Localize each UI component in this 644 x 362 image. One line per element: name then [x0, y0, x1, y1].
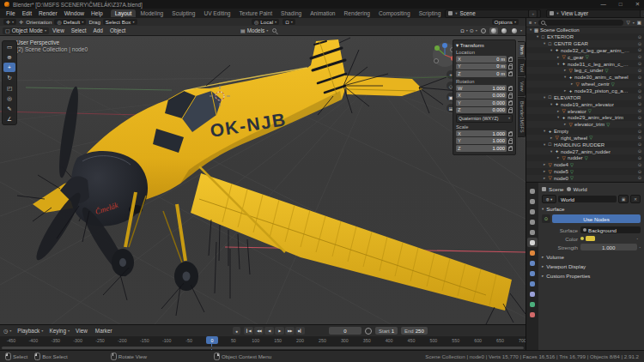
rotation-field[interactable]: W1.000 — [456, 85, 507, 92]
editor-type-dropdown[interactable]: ◷▾ — [3, 328, 11, 334]
visibility-eye-icon[interactable] — [638, 142, 641, 147]
outliner-row[interactable]: node19_anim_elevator — [526, 100, 644, 107]
properties-tab[interactable] — [527, 238, 538, 247]
view-layer-selector[interactable]: ▾ View Layer ＋ — [546, 9, 644, 18]
properties-tab[interactable] — [527, 279, 538, 288]
timeline-menu[interactable]: Playback▾ — [17, 328, 43, 334]
visibility-eye-icon[interactable] — [638, 148, 641, 154]
world-name-field[interactable]: World — [558, 196, 617, 202]
rotation-mode-dropdown[interactable]: Quaternion (WXYZ)▾ — [456, 114, 513, 123]
rotation-field[interactable]: Y0.000 — [456, 100, 507, 106]
collapsed-section-header[interactable]: ▸Viewport Display — [542, 262, 641, 271]
location-field[interactable]: X0 m — [456, 56, 507, 63]
fake-user-button[interactable]: ▣ — [618, 195, 629, 203]
lock-icon[interactable] — [508, 140, 513, 144]
options-dropdown[interactable]: Options▾ — [492, 19, 519, 25]
location-field[interactable]: Y0 m — [456, 63, 507, 70]
outliner-row[interactable]: leg_c_under — [526, 67, 644, 74]
rotation-field[interactable]: Z0.000 — [456, 107, 507, 114]
properties-tab[interactable] — [527, 310, 538, 319]
workspace-tab[interactable]: Modeling — [136, 9, 167, 17]
viewport-tool-button[interactable]: ✎ — [3, 104, 15, 113]
workspace-tab[interactable]: Layout — [111, 9, 137, 17]
current-frame-field[interactable]: 0 — [329, 327, 361, 335]
visibility-eye-icon[interactable] — [638, 88, 641, 94]
mode-dropdown[interactable]: ▢Object Mode▾ — [3, 27, 49, 34]
workspace-tab[interactable]: Shading — [276, 9, 306, 17]
right-wing[interactable] — [191, 173, 512, 311]
scene-selector[interactable]: ▾ Scene ＋ — [445, 9, 541, 18]
visibility-eye-icon[interactable] — [638, 61, 641, 66]
transport-button[interactable]: ▎◀ — [244, 327, 253, 335]
visibility-eye-icon[interactable] — [638, 108, 641, 113]
properties-tab[interactable] — [527, 268, 538, 278]
frame-start-field[interactable]: Start1 — [375, 327, 398, 335]
visibility-eye-icon[interactable] — [638, 135, 641, 140]
new-scene-button[interactable]: ＋ — [528, 9, 538, 18]
workspace-tab[interactable]: UV Editing — [199, 9, 234, 17]
transform-pivot-dropdown[interactable]: ◎Local▾ — [252, 19, 279, 25]
viewport-tool-button[interactable]: ◎ — [3, 94, 15, 103]
properties-tab[interactable] — [527, 196, 538, 206]
visibility-eye-icon[interactable] — [638, 169, 641, 174]
active-tool-dropdown[interactable]: ✛▾ — [3, 19, 16, 25]
workspace-tab[interactable]: Texture Paint — [235, 9, 276, 17]
outliner-row[interactable]: elevator — [526, 107, 644, 114]
keying-set-icon[interactable] — [365, 328, 372, 335]
shading-material-button[interactable] — [500, 27, 508, 34]
shading-wireframe-button[interactable] — [479, 27, 488, 34]
outliner-row[interactable]: node27_anim_rudder — [526, 148, 644, 154]
lock-icon[interactable] — [508, 147, 513, 151]
timeline-menu[interactable]: Keying▾ — [49, 328, 70, 334]
outliner-row[interactable]: wheel_centr — [526, 81, 644, 87]
viewport-tool-button[interactable]: ↻ — [3, 73, 15, 82]
viewport-tool-button[interactable]: ∠ — [3, 114, 15, 124]
lock-icon[interactable] — [508, 87, 513, 91]
outliner-row[interactable]: ELEVATOR — [526, 94, 644, 100]
topbar-menu[interactable]: Help — [88, 10, 106, 16]
lock-icon[interactable] — [508, 65, 513, 69]
lock-icon[interactable] — [508, 94, 513, 99]
transport-button[interactable]: ▶▶ — [285, 327, 295, 335]
topbar-menu[interactable]: Edit — [19, 10, 35, 16]
transport-button[interactable]: ▶▎ — [295, 327, 305, 335]
new-collection-icon[interactable]: ▣ — [637, 20, 641, 25]
visibility-eye-icon[interactable] — [638, 47, 641, 52]
lock-icon[interactable] — [508, 72, 513, 76]
lock-icon[interactable] — [508, 57, 513, 62]
scale-field[interactable]: X1.000 — [456, 130, 507, 137]
visibility-eye-icon[interactable] — [638, 34, 641, 39]
timeline-menu[interactable]: Marker — [95, 328, 114, 334]
frame-end-field[interactable]: End250 — [401, 327, 428, 335]
outliner-row[interactable]: c_gear — [526, 53, 644, 60]
viewport-menu[interactable]: View — [49, 27, 68, 33]
viewport-canvas[interactable]: Čmelák OK-NJB — [0, 36, 526, 324]
auto-keying-button[interactable]: ● — [233, 327, 240, 335]
timeline-menu[interactable]: View — [76, 328, 89, 334]
visibility-eye-icon[interactable] — [638, 54, 641, 59]
shading-rendered-button[interactable] — [510, 27, 519, 34]
viewport-tool-button[interactable]: ◰ — [3, 83, 15, 93]
viewport-menu[interactable]: Add — [90, 27, 106, 33]
search-icon[interactable] — [272, 28, 276, 33]
surface-value-dropdown[interactable]: Background — [580, 226, 641, 233]
outliner-row[interactable]: HANDLING RUDDER — [526, 141, 644, 148]
viewport-menu[interactable]: Select — [68, 27, 90, 33]
shading-solid-button[interactable] — [489, 27, 498, 34]
visibility-eye-icon[interactable] — [638, 75, 641, 80]
new-view-layer-button[interactable]: ＋ — [640, 9, 644, 18]
close-button[interactable]: ✕ — [635, 1, 640, 8]
outliner-row[interactable]: node33_piston_cg_anim_c_gear — [526, 87, 644, 94]
sidebar-tab[interactable]: Item — [518, 41, 526, 58]
scale-field[interactable]: Y1.000 — [456, 137, 507, 144]
visibility-eye-icon[interactable] — [638, 115, 641, 120]
topbar-menu[interactable]: Render — [35, 10, 61, 16]
snap-dropdown[interactable]: Ω▾ — [283, 19, 295, 25]
workspace-tab[interactable]: Compositing — [374, 9, 415, 17]
visibility-eye-icon[interactable] — [638, 122, 641, 127]
unlink-button[interactable]: ✕ — [630, 195, 641, 203]
collapsed-section-header[interactable]: ▸Custom Properties — [542, 272, 641, 281]
maximize-button[interactable]: □ — [619, 1, 623, 8]
sidebar-tab[interactable]: Blender2MSFS — [518, 97, 526, 137]
viewport-tool-button[interactable]: ⊕ — [3, 52, 15, 62]
